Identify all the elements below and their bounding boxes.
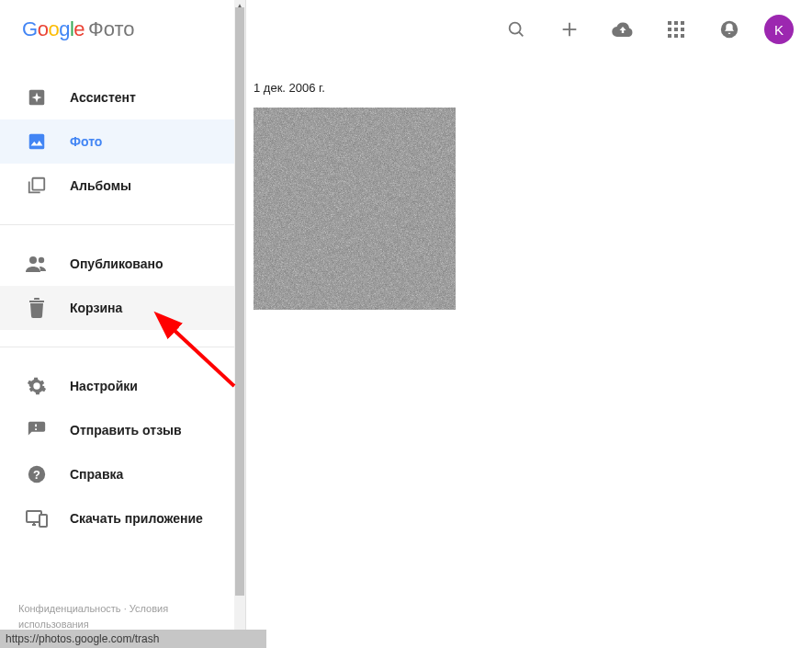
svg-point-4: [39, 257, 44, 263]
sidebar-item-label: Опубликовано: [70, 256, 164, 271]
sidebar-item-label: Ассистент: [70, 90, 136, 105]
sidebar-item-label: Альбомы: [70, 178, 131, 193]
cloud-upload-icon: [611, 20, 635, 39]
assistant-icon: [26, 86, 48, 108]
help-icon: ?: [26, 463, 48, 485]
sidebar-item-label: Отправить отзыв: [70, 423, 182, 438]
sidebar-item-assistant[interactable]: Ассистент: [0, 75, 245, 119]
avatar-letter: K: [774, 22, 784, 38]
privacy-link[interactable]: Конфиденциальность: [18, 603, 121, 614]
svg-point-3: [29, 256, 37, 264]
photo-thumbnail[interactable]: [254, 108, 456, 310]
status-bar: https://photos.google.com/trash: [0, 630, 266, 648]
sidebar-footer: Конфиденциальность · Условия использован…: [18, 601, 227, 631]
svg-rect-18: [681, 28, 684, 31]
google-logo: Google: [22, 17, 85, 41]
sidebar-item-photos[interactable]: Фото: [0, 119, 245, 164]
sidebar-item-feedback[interactable]: Отправить отзыв: [0, 408, 245, 452]
app-name: Фото: [88, 17, 135, 41]
svg-rect-1: [29, 134, 45, 150]
search-button[interactable]: [498, 11, 535, 48]
plus-icon: [559, 19, 580, 40]
main-content: K 1 дек. 2006 г.: [246, 0, 812, 648]
svg-rect-13: [668, 21, 671, 25]
trash-icon: [26, 297, 48, 319]
svg-rect-21: [681, 34, 684, 38]
svg-point-9: [510, 23, 521, 34]
date-header: 1 дек. 2006 г.: [254, 81, 812, 95]
sidebar-item-label: Фото: [70, 134, 102, 149]
apps-button[interactable]: [658, 11, 694, 48]
upload-button[interactable]: [604, 11, 641, 48]
sidebar-item-settings[interactable]: Настройки: [0, 364, 245, 408]
svg-text:?: ?: [33, 468, 40, 482]
nav-group-secondary: Опубликовано Корзина: [0, 225, 245, 330]
sidebar: Google Фото Ассистент Фото Аль: [0, 0, 246, 648]
feedback-icon: [26, 419, 48, 441]
sidebar-item-download-app[interactable]: Скачать приложение: [0, 496, 245, 540]
svg-rect-15: [681, 21, 684, 25]
apps-grid-icon: [668, 21, 684, 38]
topbar: K: [246, 0, 812, 59]
photo-icon: [26, 131, 48, 153]
avatar[interactable]: K: [764, 15, 794, 44]
sidebar-item-label: Корзина: [70, 301, 122, 315]
svg-rect-20: [674, 34, 678, 38]
gear-icon: [26, 375, 48, 397]
bell-icon: [719, 19, 739, 40]
sidebar-item-albums[interactable]: Альбомы: [0, 164, 245, 208]
sidebar-item-label: Скачать приложение: [70, 511, 203, 526]
svg-rect-8: [39, 515, 47, 527]
svg-rect-23: [254, 108, 456, 310]
svg-rect-19: [668, 34, 671, 38]
albums-icon: [26, 175, 48, 197]
svg-line-10: [519, 32, 523, 36]
scrollbar[interactable]: ▲ ▼: [234, 0, 245, 648]
sidebar-item-label: Настройки: [70, 379, 138, 393]
sidebar-item-shared[interactable]: Опубликовано: [0, 242, 245, 286]
devices-icon: [26, 507, 48, 529]
people-icon: [26, 253, 48, 275]
sidebar-item-help[interactable]: ? Справка: [0, 452, 245, 496]
svg-rect-2: [32, 178, 44, 190]
nav-group-settings: Настройки Отправить отзыв ? Справка Скач…: [0, 347, 245, 540]
add-button[interactable]: [551, 11, 588, 48]
sidebar-item-label: Справка: [70, 467, 123, 482]
svg-rect-16: [668, 28, 671, 31]
svg-rect-14: [674, 21, 678, 25]
svg-rect-17: [674, 28, 678, 31]
scrollbar-thumb[interactable]: [235, 7, 244, 596]
nav-group-main: Ассистент Фото Альбомы: [0, 59, 245, 208]
sidebar-item-trash[interactable]: Корзина: [0, 286, 245, 330]
logo[interactable]: Google Фото: [0, 0, 245, 59]
search-icon: [506, 19, 526, 40]
photo-grid: 1 дек. 2006 г.: [246, 59, 812, 310]
notifications-button[interactable]: [711, 11, 748, 48]
